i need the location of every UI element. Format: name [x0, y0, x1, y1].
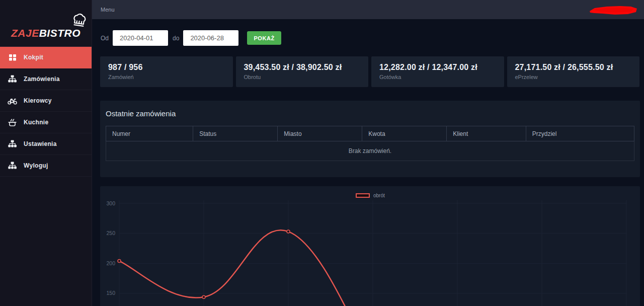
to-label: do	[173, 35, 179, 42]
stat-label: Zamówień	[108, 74, 225, 80]
stat-card-eprzelew: 27,171.50 zł / 26,555.50 zł ePrzelew	[507, 56, 640, 87]
column-header-miasto[interactable]: Miasto	[278, 126, 362, 141]
sidebar: ZAJEBISTRO Kokpit Zamówienia Kierowcy	[0, 0, 92, 306]
stat-card-gotowka: 12,282.00 zł / 12,347.00 zł Gotówka	[371, 56, 504, 87]
svg-text:200: 200	[106, 260, 115, 266]
column-header-numer[interactable]: Numer	[106, 126, 193, 141]
stat-value: 27,171.50 zł / 26,555.50 zł	[515, 63, 632, 72]
orders-empty-row: Brak zamówień.	[106, 141, 634, 161]
orders-table: Numer Status Miasto Kwota Klient Przydzi…	[106, 126, 634, 161]
redacted-username-scribble	[581, 3, 641, 16]
sidebar-nav: Kokpit Zamówienia Kierowcy Kuchnie Ustaw	[0, 46, 92, 177]
sitemap-icon	[8, 140, 17, 148]
logo-text-primary: ZAJE	[11, 27, 39, 39]
from-label: Od	[101, 35, 109, 42]
show-button[interactable]: POKAŻ	[247, 31, 281, 45]
date-filter-bar: Od do POKAŻ	[101, 30, 281, 46]
logo-area: ZAJEBISTRO	[0, 0, 92, 46]
stat-label: Obrotu	[244, 74, 361, 80]
stat-card-obrotu: 39,453.50 zł / 38,902.50 zł Obrotu	[236, 56, 369, 87]
sitemap-icon	[8, 75, 17, 83]
stat-label: Gotówka	[379, 74, 496, 80]
column-header-klient[interactable]: Klient	[447, 126, 526, 141]
menu-toggle[interactable]: Menu	[101, 7, 115, 13]
main-content: Od do POKAŻ 987 / 956 Zamówień 39,453.50…	[92, 19, 644, 306]
chef-hat-icon	[68, 11, 90, 33]
stat-value: 12,282.00 zł / 12,347.00 zł	[379, 63, 496, 72]
revenue-chart-panel: 300250200150 obrót	[100, 186, 640, 306]
sitemap-icon	[8, 162, 17, 170]
motorcycle-icon	[8, 97, 17, 105]
cooking-pot-icon	[8, 118, 17, 126]
sidebar-item-wyloguj[interactable]: Wyloguj	[0, 155, 92, 177]
legend-swatch	[356, 193, 370, 198]
sidebar-item-kuchnie[interactable]: Kuchnie	[0, 112, 92, 133]
stat-value: 39,453.50 zł / 38,902.50 zł	[244, 63, 361, 72]
date-from-input[interactable]	[113, 30, 168, 46]
stat-cards: 987 / 956 Zamówień 39,453.50 zł / 38,902…	[100, 56, 639, 87]
svg-text:150: 150	[106, 290, 115, 296]
stat-value: 987 / 956	[108, 63, 225, 72]
recent-orders-panel: Ostatnie zamówienia Numer Status Miasto …	[100, 101, 640, 177]
sidebar-item-label: Kuchnie	[24, 119, 48, 126]
sidebar-item-label: Ustawienia	[24, 140, 57, 147]
column-header-kwota[interactable]: Kwota	[362, 126, 447, 141]
svg-text:300: 300	[106, 200, 115, 206]
chart-legend[interactable]: obrót	[356, 193, 385, 198]
grid-icon	[8, 53, 17, 61]
sidebar-item-label: Kierowcy	[24, 97, 52, 104]
brand-logo[interactable]: ZAJEBISTRO	[11, 27, 80, 39]
stat-card-zamowien: 987 / 956 Zamówień	[100, 56, 233, 87]
orders-table-header-row: Numer Status Miasto Kwota Klient Przydzi…	[106, 126, 634, 141]
empty-message: Brak zamówień.	[106, 141, 634, 161]
sidebar-item-kokpit[interactable]: Kokpit	[0, 47, 92, 68]
sidebar-item-label: Kokpit	[24, 54, 43, 61]
svg-text:250: 250	[106, 230, 115, 236]
topbar: Menu	[92, 0, 644, 19]
sidebar-item-kierowcy[interactable]: Kierowcy	[0, 90, 92, 112]
legend-label: obrót	[373, 193, 385, 198]
sidebar-item-label: Wyloguj	[24, 162, 48, 169]
sidebar-item-zamowienia[interactable]: Zamówienia	[0, 68, 92, 90]
panel-title: Ostatnie zamówienia	[106, 109, 634, 118]
sidebar-item-label: Zamówienia	[24, 75, 60, 83]
orders-chart: 300250200150	[100, 186, 640, 306]
column-header-status[interactable]: Status	[193, 126, 278, 141]
stat-label: ePrzelew	[515, 74, 632, 80]
sidebar-item-ustawienia[interactable]: Ustawienia	[0, 133, 92, 155]
date-to-input[interactable]	[183, 30, 238, 46]
column-header-przydziel[interactable]: Przydziel	[526, 126, 634, 141]
